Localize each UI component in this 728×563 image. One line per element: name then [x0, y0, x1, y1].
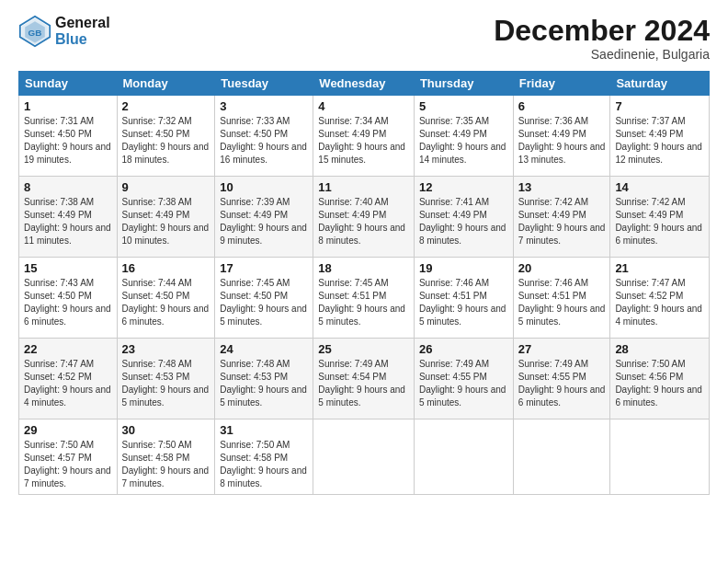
- table-row: 25 Sunrise: 7:49 AM Sunset: 4:54 PM Dayl…: [313, 339, 415, 419]
- col-sunday: Sunday: [19, 72, 118, 96]
- col-wednesday: Wednesday: [313, 72, 415, 96]
- table-row: 17 Sunrise: 7:45 AM Sunset: 4:50 PM Dayl…: [215, 258, 313, 339]
- day-number: 26: [419, 342, 508, 356]
- day-info: Sunrise: 7:42 AM Sunset: 4:49 PM Dayligh…: [615, 196, 704, 247]
- day-number: 12: [419, 180, 508, 194]
- page: GB General Blue December 2024 Saedinenie…: [0, 0, 728, 563]
- day-info: Sunrise: 7:50 AM Sunset: 4:58 PM Dayligh…: [220, 439, 308, 490]
- table-row: 24 Sunrise: 7:48 AM Sunset: 4:53 PM Dayl…: [215, 339, 313, 419]
- table-row: 4 Sunrise: 7:34 AM Sunset: 4:49 PM Dayli…: [313, 96, 415, 177]
- day-info: Sunrise: 7:49 AM Sunset: 4:54 PM Dayligh…: [318, 358, 409, 409]
- day-info: Sunrise: 7:39 AM Sunset: 4:49 PM Dayligh…: [220, 196, 308, 247]
- calendar-header-row: Sunday Monday Tuesday Wednesday Thursday…: [19, 72, 710, 96]
- day-info: Sunrise: 7:40 AM Sunset: 4:49 PM Dayligh…: [318, 196, 409, 247]
- day-info: Sunrise: 7:45 AM Sunset: 4:51 PM Dayligh…: [318, 277, 409, 328]
- day-number: 20: [518, 261, 606, 275]
- table-row: 3 Sunrise: 7:33 AM Sunset: 4:50 PM Dayli…: [215, 96, 313, 177]
- table-row: 9 Sunrise: 7:38 AM Sunset: 4:49 PM Dayli…: [117, 177, 215, 258]
- header: GB General Blue December 2024 Saedinenie…: [18, 15, 710, 62]
- logo-blue: Blue: [55, 31, 110, 48]
- table-row: 18 Sunrise: 7:45 AM Sunset: 4:51 PM Dayl…: [313, 258, 415, 339]
- table-row: [414, 419, 513, 495]
- day-number: 18: [318, 261, 409, 275]
- day-info: Sunrise: 7:46 AM Sunset: 4:51 PM Dayligh…: [419, 277, 508, 328]
- day-number: 27: [518, 342, 606, 356]
- table-row: 27 Sunrise: 7:49 AM Sunset: 4:55 PM Dayl…: [513, 339, 610, 419]
- col-thursday: Thursday: [414, 72, 513, 96]
- day-info: Sunrise: 7:34 AM Sunset: 4:49 PM Dayligh…: [318, 115, 409, 167]
- table-row: 8 Sunrise: 7:38 AM Sunset: 4:49 PM Dayli…: [19, 177, 118, 258]
- table-row: 28 Sunrise: 7:50 AM Sunset: 4:56 PM Dayl…: [610, 339, 710, 419]
- table-row: 26 Sunrise: 7:49 AM Sunset: 4:55 PM Dayl…: [414, 339, 513, 419]
- table-row: 10 Sunrise: 7:39 AM Sunset: 4:49 PM Dayl…: [215, 177, 313, 258]
- table-row: 2 Sunrise: 7:32 AM Sunset: 4:50 PM Dayli…: [117, 96, 215, 177]
- day-info: Sunrise: 7:43 AM Sunset: 4:50 PM Dayligh…: [24, 277, 112, 328]
- day-info: Sunrise: 7:35 AM Sunset: 4:49 PM Dayligh…: [419, 115, 508, 167]
- table-row: 13 Sunrise: 7:42 AM Sunset: 4:49 PM Dayl…: [513, 177, 610, 258]
- table-row: 20 Sunrise: 7:46 AM Sunset: 4:51 PM Dayl…: [513, 258, 610, 339]
- day-number: 6: [518, 99, 606, 113]
- day-info: Sunrise: 7:50 AM Sunset: 4:56 PM Dayligh…: [615, 358, 704, 409]
- table-row: [513, 419, 610, 495]
- day-info: Sunrise: 7:37 AM Sunset: 4:49 PM Dayligh…: [615, 115, 704, 167]
- day-number: 15: [24, 261, 112, 275]
- table-row: 12 Sunrise: 7:41 AM Sunset: 4:49 PM Dayl…: [414, 177, 513, 258]
- day-number: 8: [24, 180, 112, 194]
- day-number: 1: [24, 99, 112, 113]
- table-row: 31 Sunrise: 7:50 AM Sunset: 4:58 PM Dayl…: [215, 419, 313, 495]
- day-number: 16: [122, 261, 210, 275]
- day-info: Sunrise: 7:32 AM Sunset: 4:50 PM Dayligh…: [122, 115, 210, 167]
- day-info: Sunrise: 7:45 AM Sunset: 4:50 PM Dayligh…: [220, 277, 308, 328]
- table-row: 6 Sunrise: 7:36 AM Sunset: 4:49 PM Dayli…: [513, 96, 610, 177]
- day-number: 22: [24, 342, 112, 356]
- day-info: Sunrise: 7:44 AM Sunset: 4:50 PM Dayligh…: [122, 277, 210, 328]
- day-info: Sunrise: 7:48 AM Sunset: 4:53 PM Dayligh…: [122, 358, 210, 409]
- day-number: 31: [220, 423, 308, 437]
- day-number: 2: [122, 99, 210, 113]
- day-number: 24: [220, 342, 308, 356]
- day-number: 14: [615, 180, 704, 194]
- logo-icon: GB: [18, 15, 51, 48]
- svg-text:GB: GB: [28, 28, 42, 38]
- day-info: Sunrise: 7:33 AM Sunset: 4:50 PM Dayligh…: [220, 115, 308, 167]
- day-info: Sunrise: 7:49 AM Sunset: 4:55 PM Dayligh…: [518, 358, 606, 409]
- day-number: 28: [615, 342, 704, 356]
- day-info: Sunrise: 7:36 AM Sunset: 4:49 PM Dayligh…: [518, 115, 606, 167]
- day-info: Sunrise: 7:49 AM Sunset: 4:55 PM Dayligh…: [419, 358, 508, 409]
- table-row: 15 Sunrise: 7:43 AM Sunset: 4:50 PM Dayl…: [19, 258, 118, 339]
- day-number: 23: [122, 342, 210, 356]
- day-number: 30: [122, 423, 210, 437]
- table-row: 5 Sunrise: 7:35 AM Sunset: 4:49 PM Dayli…: [414, 96, 513, 177]
- day-number: 25: [318, 342, 409, 356]
- table-row: 22 Sunrise: 7:47 AM Sunset: 4:52 PM Dayl…: [19, 339, 118, 419]
- day-info: Sunrise: 7:50 AM Sunset: 4:57 PM Dayligh…: [24, 439, 112, 490]
- day-number: 21: [615, 261, 704, 275]
- table-row: 21 Sunrise: 7:47 AM Sunset: 4:52 PM Dayl…: [610, 258, 710, 339]
- table-row: [313, 419, 415, 495]
- table-row: 23 Sunrise: 7:48 AM Sunset: 4:53 PM Dayl…: [117, 339, 215, 419]
- col-tuesday: Tuesday: [215, 72, 313, 96]
- col-monday: Monday: [117, 72, 215, 96]
- day-info: Sunrise: 7:42 AM Sunset: 4:49 PM Dayligh…: [518, 196, 606, 247]
- day-number: 9: [122, 180, 210, 194]
- calendar: Sunday Monday Tuesday Wednesday Thursday…: [18, 71, 710, 495]
- day-info: Sunrise: 7:38 AM Sunset: 4:49 PM Dayligh…: [24, 196, 112, 247]
- day-number: 19: [419, 261, 508, 275]
- table-row: 11 Sunrise: 7:40 AM Sunset: 4:49 PM Dayl…: [313, 177, 415, 258]
- table-row: 16 Sunrise: 7:44 AM Sunset: 4:50 PM Dayl…: [117, 258, 215, 339]
- day-info: Sunrise: 7:31 AM Sunset: 4:50 PM Dayligh…: [24, 115, 112, 167]
- month-title: December 2024: [494, 15, 710, 47]
- table-row: 14 Sunrise: 7:42 AM Sunset: 4:49 PM Dayl…: [610, 177, 710, 258]
- day-info: Sunrise: 7:47 AM Sunset: 4:52 PM Dayligh…: [615, 277, 704, 328]
- day-number: 11: [318, 180, 409, 194]
- col-saturday: Saturday: [610, 72, 710, 96]
- day-info: Sunrise: 7:38 AM Sunset: 4:49 PM Dayligh…: [122, 196, 210, 247]
- day-number: 3: [220, 99, 308, 113]
- logo-text: General Blue: [55, 15, 110, 47]
- day-number: 13: [518, 180, 606, 194]
- day-info: Sunrise: 7:48 AM Sunset: 4:53 PM Dayligh…: [220, 358, 308, 409]
- logo: GB General Blue: [18, 15, 110, 48]
- day-number: 10: [220, 180, 308, 194]
- day-number: 29: [24, 423, 112, 437]
- day-number: 5: [419, 99, 508, 113]
